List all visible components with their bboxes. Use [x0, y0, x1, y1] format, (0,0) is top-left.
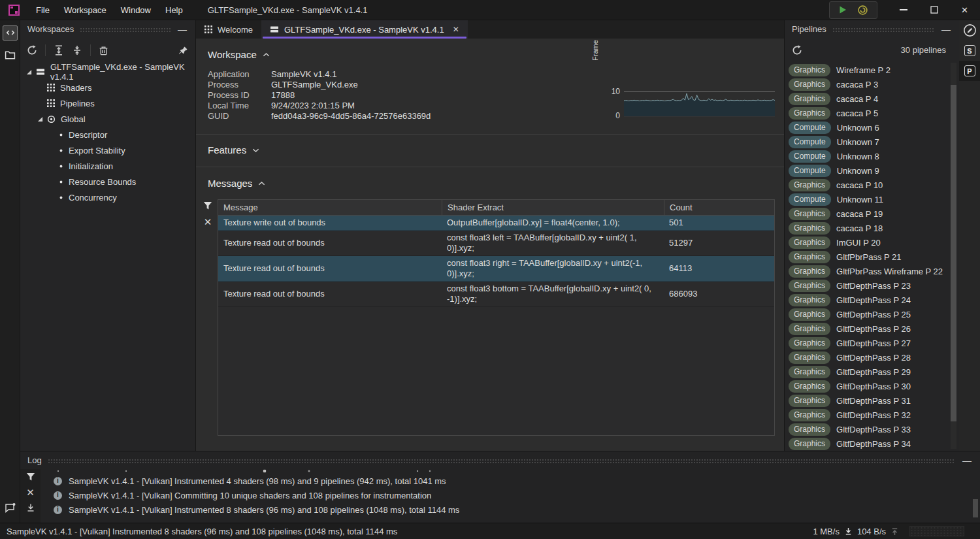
log-clear-icon[interactable]: ✕	[26, 487, 35, 497]
log-entry[interactable]: iSampleVK v1.4.1 - [Vulkan] Instrumented…	[41, 474, 980, 488]
shaders-tool-icon[interactable]: S	[959, 41, 980, 61]
close-button[interactable]: ✕	[949, 0, 980, 20]
tree-item-export-stability[interactable]: Export Stability	[20, 142, 195, 158]
minimize-button[interactable]	[888, 0, 919, 20]
pipeline-item-gltfdepthpass-p-33[interactable]: GraphicsGltfDepthPass P 33	[785, 422, 950, 436]
log-entry-text: SampleVK v1.4.1 - [Vulkan] Instrumented …	[69, 476, 446, 486]
menu-workspace[interactable]: Workspace	[57, 0, 114, 20]
maximize-button[interactable]	[919, 0, 949, 20]
message-row[interactable]: Texture read out of boundsconst float3 b…	[218, 282, 774, 307]
log-entry[interactable]: iSampleVK v1.4.1 - [Vulkan] Committing 1…	[41, 488, 980, 502]
column-header-shader-extract[interactable]: Shader Extract	[442, 200, 664, 215]
pipeline-item-unknown-6[interactable]: ComputeUnknown 6	[785, 120, 950, 135]
feedback-chat-icon[interactable]	[0, 498, 20, 517]
message-row[interactable]: Texture read out of boundsconst float3 r…	[218, 256, 774, 282]
log-filter-icon[interactable]	[26, 472, 35, 482]
pin-icon[interactable]	[178, 45, 189, 56]
pipeline-item-gltfdepthpass-p-30[interactable]: GraphicsGltfDepthPass P 30	[785, 379, 950, 393]
workspaces-minimize-button[interactable]: —	[176, 25, 188, 34]
pipeline-item-gltfdepthpass-p-24[interactable]: GraphicsGltfDepthPass P 24	[785, 293, 950, 307]
pipeline-item-cacaca-p-3[interactable]: Graphicscacaca P 3	[785, 77, 950, 91]
tab-gltfsample-vkd-exe-samplevk-v1-4-1[interactable]: GLTFSample_VKd.exe - SampleVK v1.4.1✕	[261, 20, 468, 39]
refresh-pipelines-icon[interactable]	[792, 45, 802, 56]
column-header-count[interactable]: Count	[664, 200, 774, 215]
tree-item-shaders[interactable]: Shaders	[20, 80, 195, 95]
pipelines-tool-icon[interactable]: P	[959, 61, 980, 81]
pipeline-item-imgui-p-20[interactable]: GraphicsImGUI P 20	[785, 235, 950, 250]
field-label: Process	[208, 80, 271, 90]
messages-section-header[interactable]: Messages	[196, 167, 784, 189]
pipeline-item-unknown-11[interactable]: ComputeUnknown 11	[785, 192, 950, 206]
pipeline-item-cacaca-p-10[interactable]: Graphicscacaca P 10	[785, 178, 950, 192]
pipeline-item-gltfdepthpass-p-23[interactable]: GraphicsGltfDepthPass P 23	[785, 278, 950, 293]
log-entry[interactable]: iSampleVK v1.4.1 - [Vulkan] Instrumented…	[41, 502, 980, 517]
tab-close-icon[interactable]: ✕	[453, 25, 459, 34]
pipeline-item-cacaca-p-4[interactable]: Graphicscacaca P 4	[785, 91, 950, 106]
pipeline-item-wireframe-p-2[interactable]: GraphicsWireframe P 2	[785, 63, 950, 77]
pipeline-item-gltfdepthpass-p-25[interactable]: GraphicsGltfDepthPass P 25	[785, 307, 950, 321]
shader-extract-cell: const float3 bottom = TAABuffer[globalID…	[442, 282, 664, 306]
refresh-icon[interactable]	[27, 45, 37, 56]
folder-icon[interactable]	[0, 45, 20, 65]
pipeline-item-unknown-9[interactable]: ComputeUnknown 9	[785, 163, 950, 178]
tree-item-concurrency[interactable]: Concurrency	[20, 189, 195, 205]
workspace-section-header[interactable]: Workspace	[196, 39, 784, 61]
window-icon	[270, 25, 279, 34]
grid-icon	[47, 99, 55, 107]
menu-file[interactable]: File	[29, 0, 57, 20]
window-icon	[36, 67, 45, 76]
pipeline-item-gltfdepthpass-p-29[interactable]: GraphicsGltfDepthPass P 29	[785, 365, 950, 379]
pipeline-item-unknown-7[interactable]: ComputeUnknown 7	[785, 135, 950, 149]
pipeline-item-gltfdepthpass-p-27[interactable]: GraphicsGltfDepthPass P 27	[785, 336, 950, 350]
pipeline-type-badge: Graphics	[789, 208, 830, 220]
column-header-message[interactable]: Message	[218, 200, 442, 215]
pipelines-scrollbar[interactable]	[951, 63, 956, 449]
pipeline-item-cacaca-p-19[interactable]: Graphicscacaca P 19	[785, 206, 950, 221]
tree-item-pipelines[interactable]: Pipelines	[20, 95, 195, 111]
pipeline-item-cacaca-p-18[interactable]: Graphicscacaca P 18	[785, 221, 950, 235]
tree-item-resource-bounds[interactable]: Resource Bounds	[20, 174, 195, 189]
pipeline-item-gltfdepthpass-p-28[interactable]: GraphicsGltfDepthPass P 28	[785, 350, 950, 365]
pipeline-item-gltfpbrpass-p-21[interactable]: GraphicsGltfPbrPass P 21	[785, 250, 950, 264]
edit-pencil-icon[interactable]	[959, 20, 980, 41]
expand-all-icon[interactable]	[54, 45, 64, 56]
pipeline-type-badge: Graphics	[789, 294, 830, 306]
pipeline-item-gltfdepthpass-p-31[interactable]: GraphicsGltfDepthPass P 31	[785, 393, 950, 408]
field-process: ProcessGLTFSample_VKd.exe	[208, 79, 784, 90]
pipeline-type-badge: Compute	[789, 136, 831, 148]
message-row[interactable]: Texture write out of boundsOutputBuffer[…	[218, 216, 774, 231]
tree-item-initialization[interactable]: Initialization	[20, 158, 195, 174]
play-icon[interactable]	[838, 5, 847, 14]
clear-messages-icon[interactable]: ✕	[204, 217, 212, 227]
pipeline-item-gltfdepthpass-p-34[interactable]: GraphicsGltfDepthPass P 34	[785, 436, 950, 451]
menu-help[interactable]: Help	[158, 0, 190, 20]
pipeline-item-gltfdepthpass-p-26[interactable]: GraphicsGltfDepthPass P 26	[785, 321, 950, 336]
features-section-header[interactable]: Features	[196, 135, 784, 157]
tab-welcome[interactable]: Welcome	[196, 20, 261, 39]
pipeline-item-unknown-8[interactable]: ComputeUnknown 8	[785, 149, 950, 163]
trash-icon[interactable]	[99, 46, 108, 56]
tree-item-gltfsample-vkd-exe-samplevk-v1-4-1[interactable]: GLTFSample_VKd.exe - SampleVK v1.4.1	[20, 64, 195, 80]
pipeline-item-gltfdepthpass-p-32[interactable]: GraphicsGltfDepthPass P 32	[785, 408, 950, 422]
message-row[interactable]: Texture read out of boundsconst float3 l…	[218, 231, 774, 256]
pipeline-item-gltfpbrpass-wireframe-p-22[interactable]: GraphicsGltfPbrPass Wireframe P 22	[785, 264, 950, 278]
tree-item-global[interactable]: Global	[20, 111, 195, 127]
workspaces-toolbar	[20, 38, 195, 63]
log-scrollbar[interactable]	[973, 499, 978, 517]
collapse-all-icon[interactable]	[72, 45, 82, 56]
pipeline-name: Unknown 9	[837, 166, 879, 176]
tree-item-descriptor[interactable]: Descriptor	[20, 127, 195, 142]
pipeline-item-cacaca-p-5[interactable]: Graphicscacaca P 5	[785, 106, 950, 120]
log-minimize-button[interactable]: —	[961, 456, 973, 465]
field-label: Application	[208, 69, 271, 79]
log-scroll-bottom-icon[interactable]	[26, 503, 35, 512]
frame-chart-tick-10: 10	[612, 87, 620, 96]
pipelines-minimize-button[interactable]: —	[940, 25, 952, 34]
instrument-ring-icon[interactable]	[857, 5, 868, 16]
code-panel-icon[interactable]	[0, 23, 20, 42]
expanded-arrow-icon[interactable]	[37, 116, 47, 122]
title-bar: FileWorkspaceWindowHelp GLTFSample_VKd.e…	[0, 0, 980, 20]
expanded-arrow-icon[interactable]	[26, 69, 36, 75]
menu-window[interactable]: Window	[114, 0, 158, 20]
filter-icon[interactable]	[203, 201, 212, 210]
